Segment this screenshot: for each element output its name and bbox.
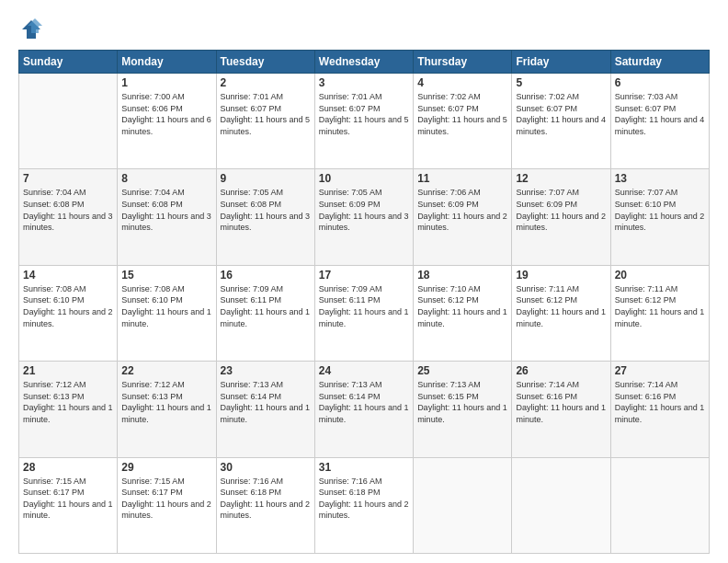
calendar-cell: 19Sunrise: 7:11 AMSunset: 6:12 PMDayligh… <box>512 265 610 361</box>
calendar-week-row: 28Sunrise: 7:15 AMSunset: 6:17 PMDayligh… <box>19 457 710 553</box>
calendar-cell: 25Sunrise: 7:13 AMSunset: 6:15 PMDayligh… <box>414 362 512 457</box>
day-info: Sunrise: 7:14 AMSunset: 6:16 PMDaylight:… <box>615 379 705 425</box>
day-number: 10 <box>319 172 409 185</box>
day-info: Sunrise: 7:11 AMSunset: 6:12 PMDaylight:… <box>516 283 606 329</box>
calendar-cell: 7Sunrise: 7:04 AMSunset: 6:08 PMDaylight… <box>19 169 118 265</box>
calendar-cell: 17Sunrise: 7:09 AMSunset: 6:11 PMDayligh… <box>314 265 413 361</box>
logo-icon <box>18 17 44 42</box>
day-number: 2 <box>221 76 311 89</box>
day-info: Sunrise: 7:15 AMSunset: 6:17 PMDaylight:… <box>23 476 113 522</box>
day-number: 26 <box>516 364 606 377</box>
calendar-cell: 10Sunrise: 7:05 AMSunset: 6:09 PMDayligh… <box>314 169 413 265</box>
day-info: Sunrise: 7:03 AMSunset: 6:07 PMDaylight:… <box>615 91 705 137</box>
day-number: 1 <box>121 76 211 89</box>
calendar-cell: 22Sunrise: 7:12 AMSunset: 6:13 PMDayligh… <box>118 362 216 457</box>
day-number: 18 <box>417 269 507 282</box>
day-info: Sunrise: 7:08 AMSunset: 6:10 PMDaylight:… <box>121 283 211 329</box>
calendar-cell: 24Sunrise: 7:13 AMSunset: 6:14 PMDayligh… <box>314 362 413 457</box>
calendar-cell: 8Sunrise: 7:04 AMSunset: 6:08 PMDaylight… <box>118 169 216 265</box>
day-info: Sunrise: 7:16 AMSunset: 6:18 PMDaylight:… <box>319 476 409 522</box>
day-info: Sunrise: 7:00 AMSunset: 6:06 PMDaylight:… <box>121 91 211 137</box>
page: SundayMondayTuesdayWednesdayThursdayFrid… <box>0 0 728 563</box>
calendar-cell: 30Sunrise: 7:16 AMSunset: 6:18 PMDayligh… <box>216 457 314 553</box>
day-number: 31 <box>319 461 409 474</box>
calendar-cell: 21Sunrise: 7:12 AMSunset: 6:13 PMDayligh… <box>19 362 118 457</box>
day-info: Sunrise: 7:07 AMSunset: 6:10 PMDaylight:… <box>615 187 705 233</box>
day-info: Sunrise: 7:15 AMSunset: 6:17 PMDaylight:… <box>121 476 211 522</box>
day-info: Sunrise: 7:09 AMSunset: 6:11 PMDaylight:… <box>319 283 409 329</box>
calendar-cell: 5Sunrise: 7:02 AMSunset: 6:07 PMDaylight… <box>512 74 610 169</box>
day-number: 27 <box>615 364 705 377</box>
day-number: 17 <box>319 269 409 282</box>
day-info: Sunrise: 7:12 AMSunset: 6:13 PMDaylight:… <box>23 379 113 425</box>
day-number: 15 <box>121 269 211 282</box>
calendar-cell: 23Sunrise: 7:13 AMSunset: 6:14 PMDayligh… <box>216 362 314 457</box>
day-number: 29 <box>121 461 211 474</box>
calendar-cell: 12Sunrise: 7:07 AMSunset: 6:09 PMDayligh… <box>512 169 610 265</box>
calendar-cell: 1Sunrise: 7:00 AMSunset: 6:06 PMDaylight… <box>118 74 216 169</box>
calendar: SundayMondayTuesdayWednesdayThursdayFrid… <box>18 50 710 554</box>
day-number: 24 <box>319 364 409 377</box>
day-info: Sunrise: 7:08 AMSunset: 6:10 PMDaylight:… <box>23 283 113 329</box>
day-number: 21 <box>23 364 113 377</box>
logo <box>18 17 48 42</box>
calendar-cell: 29Sunrise: 7:15 AMSunset: 6:17 PMDayligh… <box>118 457 216 553</box>
day-number: 30 <box>221 461 311 474</box>
calendar-header-monday: Monday <box>118 51 216 74</box>
day-info: Sunrise: 7:04 AMSunset: 6:08 PMDaylight:… <box>121 187 211 233</box>
day-number: 22 <box>121 364 211 377</box>
day-info: Sunrise: 7:13 AMSunset: 6:15 PMDaylight:… <box>417 379 507 425</box>
calendar-cell: 11Sunrise: 7:06 AMSunset: 6:09 PMDayligh… <box>414 169 512 265</box>
day-number: 19 <box>516 269 606 282</box>
day-info: Sunrise: 7:01 AMSunset: 6:07 PMDaylight:… <box>221 91 311 137</box>
day-number: 28 <box>23 461 113 474</box>
calendar-cell: 20Sunrise: 7:11 AMSunset: 6:12 PMDayligh… <box>610 265 709 361</box>
day-number: 16 <box>221 269 311 282</box>
calendar-cell: 6Sunrise: 7:03 AMSunset: 6:07 PMDaylight… <box>610 74 709 169</box>
calendar-cell: 9Sunrise: 7:05 AMSunset: 6:08 PMDaylight… <box>216 169 314 265</box>
day-info: Sunrise: 7:13 AMSunset: 6:14 PMDaylight:… <box>221 379 311 425</box>
day-info: Sunrise: 7:04 AMSunset: 6:08 PMDaylight:… <box>23 187 113 233</box>
calendar-cell: 3Sunrise: 7:01 AMSunset: 6:07 PMDaylight… <box>314 74 413 169</box>
calendar-week-row: 1Sunrise: 7:00 AMSunset: 6:06 PMDaylight… <box>19 74 710 169</box>
calendar-week-row: 7Sunrise: 7:04 AMSunset: 6:08 PMDaylight… <box>19 169 710 265</box>
calendar-cell: 13Sunrise: 7:07 AMSunset: 6:10 PMDayligh… <box>610 169 709 265</box>
day-number: 13 <box>615 172 705 185</box>
day-info: Sunrise: 7:02 AMSunset: 6:07 PMDaylight:… <box>417 91 507 137</box>
day-info: Sunrise: 7:05 AMSunset: 6:09 PMDaylight:… <box>319 187 409 233</box>
day-number: 11 <box>417 172 507 185</box>
day-number: 4 <box>417 76 507 89</box>
calendar-header-sunday: Sunday <box>19 51 118 74</box>
calendar-week-row: 14Sunrise: 7:08 AMSunset: 6:10 PMDayligh… <box>19 265 710 361</box>
day-info: Sunrise: 7:09 AMSunset: 6:11 PMDaylight:… <box>221 283 311 329</box>
day-info: Sunrise: 7:16 AMSunset: 6:18 PMDaylight:… <box>221 476 311 522</box>
calendar-cell: 28Sunrise: 7:15 AMSunset: 6:17 PMDayligh… <box>19 457 118 553</box>
day-number: 23 <box>221 364 311 377</box>
day-info: Sunrise: 7:02 AMSunset: 6:07 PMDaylight:… <box>516 91 606 137</box>
day-number: 7 <box>23 172 113 185</box>
calendar-cell <box>19 74 118 169</box>
calendar-header-saturday: Saturday <box>610 51 709 74</box>
calendar-cell <box>512 457 610 553</box>
calendar-cell <box>610 457 709 553</box>
day-number: 20 <box>615 269 705 282</box>
day-info: Sunrise: 7:11 AMSunset: 6:12 PMDaylight:… <box>615 283 705 329</box>
day-info: Sunrise: 7:06 AMSunset: 6:09 PMDaylight:… <box>417 187 507 233</box>
calendar-cell: 15Sunrise: 7:08 AMSunset: 6:10 PMDayligh… <box>118 265 216 361</box>
day-number: 5 <box>516 76 606 89</box>
day-info: Sunrise: 7:10 AMSunset: 6:12 PMDaylight:… <box>417 283 507 329</box>
day-number: 6 <box>615 76 705 89</box>
calendar-cell: 4Sunrise: 7:02 AMSunset: 6:07 PMDaylight… <box>414 74 512 169</box>
calendar-cell: 31Sunrise: 7:16 AMSunset: 6:18 PMDayligh… <box>314 457 413 553</box>
day-info: Sunrise: 7:14 AMSunset: 6:16 PMDaylight:… <box>516 379 606 425</box>
day-number: 8 <box>121 172 211 185</box>
day-number: 12 <box>516 172 606 185</box>
calendar-week-row: 21Sunrise: 7:12 AMSunset: 6:13 PMDayligh… <box>19 362 710 457</box>
day-info: Sunrise: 7:05 AMSunset: 6:08 PMDaylight:… <box>221 187 311 233</box>
calendar-cell: 16Sunrise: 7:09 AMSunset: 6:11 PMDayligh… <box>216 265 314 361</box>
day-number: 14 <box>23 269 113 282</box>
calendar-header-tuesday: Tuesday <box>216 51 314 74</box>
day-number: 9 <box>221 172 311 185</box>
day-info: Sunrise: 7:01 AMSunset: 6:07 PMDaylight:… <box>319 91 409 137</box>
calendar-header-row: SundayMondayTuesdayWednesdayThursdayFrid… <box>19 51 710 74</box>
